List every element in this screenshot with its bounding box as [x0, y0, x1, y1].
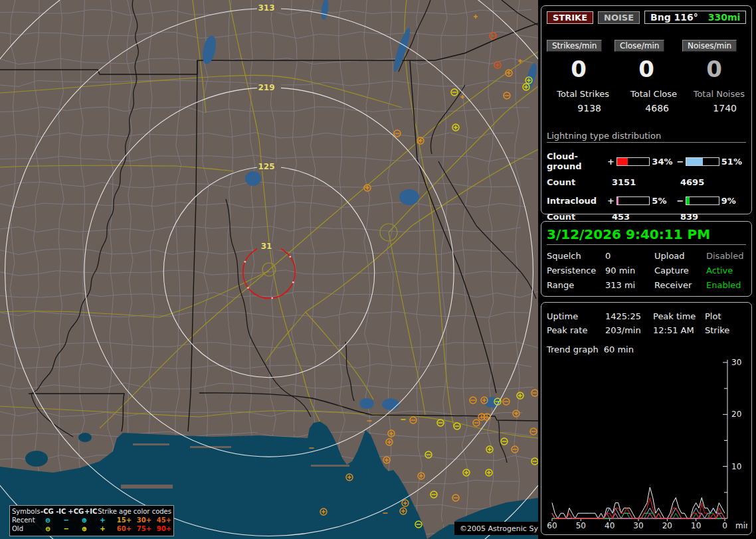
strike-age-code: 15+ — [112, 516, 132, 524]
count-row: Count453839 — [547, 212, 746, 222]
counter-column: Strikes/min0Total Strikes9138 — [547, 38, 611, 114]
strike-age-code: 30+ — [132, 516, 151, 524]
minus-sign: − — [677, 157, 684, 167]
negative-bar — [686, 196, 719, 205]
legend-symbols-header: Symbols — [12, 508, 40, 515]
total-value: 4686 — [614, 103, 678, 114]
stat-value: 203/min — [605, 325, 653, 335]
rate-counters: Strikes/min0Total Strikes9138Close/min0T… — [547, 38, 746, 114]
rate-button[interactable]: Noises/min — [682, 40, 737, 52]
rate-value: 0 — [614, 56, 678, 82]
copyright-text: ©2005 Astrogenic Systems — [460, 524, 538, 533]
svg-text:60: 60 — [547, 521, 557, 528]
svg-text:10: 10 — [731, 462, 741, 471]
counters-panel: STRIKE NOISE Bng 116° 330mi Strikes/min0… — [541, 5, 752, 214]
map-legend: Symbols-CG-IC+CG+ICStrike age color code… — [9, 505, 174, 536]
strike-toggle-button[interactable]: STRIKE — [547, 11, 593, 24]
noise-toggle-button[interactable]: NOISE — [598, 11, 640, 24]
range-value: 330mi — [708, 12, 741, 23]
stat-label: Peak rate — [547, 325, 605, 335]
svg-text:min: min — [735, 521, 747, 528]
setting-value: Enabled — [706, 280, 746, 290]
distribution-title: Lightning type distribution — [547, 131, 746, 143]
rate-value: 0 — [682, 56, 746, 82]
bearing-value: Bng 116° — [650, 12, 698, 23]
total-label: Total Strikes — [547, 89, 611, 99]
stat-label: 12:51 AM — [653, 325, 705, 335]
distribution-label: Intracloud — [547, 196, 607, 206]
status-row: Squelch0UploadDisabled — [547, 251, 746, 261]
strike-age-code: 45+ — [151, 516, 171, 524]
distribution-section: Lightning type distribution Cloud-ground… — [547, 131, 746, 222]
legend-col-header: +CG — [68, 508, 84, 515]
svg-text:10: 10 — [691, 521, 701, 528]
rate-button[interactable]: Strikes/min — [547, 40, 602, 52]
sidebar: STRIKE NOISE Bng 116° 330mi Strikes/min0… — [539, 0, 756, 539]
trend-graph-window: 60 min — [604, 345, 634, 354]
legend-symbol-icon: ⊕ — [75, 525, 93, 532]
positive-count: 3151 — [612, 177, 680, 187]
setting-value: 0 — [605, 251, 654, 261]
ring-label: 125 — [258, 162, 274, 171]
display-toggle-row: STRIKE NOISE Bng 116° 330mi — [547, 11, 746, 24]
stat-value: 1425:25 — [605, 311, 653, 321]
nexstorm-app: { "header": {"strike_btn":"STRIKE","nois… — [0, 0, 756, 539]
svg-text:50: 50 — [576, 521, 586, 528]
setting-label: Upload — [654, 251, 706, 261]
stats-panel: Uptime1425:25Peak timePlotPeak rate203/m… — [541, 302, 752, 535]
trend-graph-label: Trend graph — [547, 345, 599, 354]
count-label: Count — [547, 177, 612, 187]
strike-age-code: 60+ — [112, 525, 132, 532]
ring-label: 219 — [258, 83, 274, 92]
map-canvas[interactable]: 31125219313 ©2005 Astrogenic Systems — [0, 0, 538, 539]
legend-col-header: +IC — [84, 508, 98, 515]
positive-bar — [616, 157, 650, 166]
setting-label: Squelch — [547, 251, 605, 261]
status-row: Persistence90 minCaptureActive — [547, 266, 746, 275]
svg-text:30: 30 — [633, 521, 643, 528]
setting-value: 313 mi — [605, 280, 654, 290]
setting-value: 90 min — [605, 266, 654, 275]
copyright-bar: ©2005 Astrogenic Systems — [454, 522, 538, 535]
legend-symbol-icon: ⊖ — [39, 516, 57, 524]
setting-value: Disabled — [706, 251, 746, 261]
counter-column: Close/min0Total Close4686 — [614, 38, 678, 114]
distribution-label: Cloud-ground — [547, 151, 607, 171]
negative-count: 839 — [680, 212, 698, 222]
positive-count: 453 — [612, 212, 680, 222]
legend-symbol-icon: + — [94, 516, 112, 524]
legend-symbol-icon: ⊖ — [39, 525, 57, 532]
minus-sign: − — [677, 196, 684, 206]
svg-text:0: 0 — [722, 521, 727, 528]
negative-count: 4695 — [680, 177, 704, 187]
strike-age-title: Strike age color codes — [98, 508, 171, 515]
distribution-row: Intracloud+5%−9% — [547, 196, 746, 206]
svg-text:40: 40 — [605, 521, 614, 528]
legend-header: Symbols-CG-IC+CG+ICStrike age color code… — [12, 507, 171, 516]
svg-text:20: 20 — [731, 410, 741, 419]
datetime-display: 3/12/2026 9:40:11 PM — [547, 226, 746, 245]
setting-label: Range — [547, 280, 605, 290]
strike-age-code: 75+ — [132, 525, 151, 532]
trend-graph-row: Trend graph 60 min — [547, 345, 746, 354]
legend-col-header: -IC — [54, 508, 68, 515]
ring-label: 31 — [261, 242, 272, 251]
legend-row: Recent⊖−⊕+15+30+45+ — [12, 516, 171, 524]
strike-map[interactable]: 31125219313 ©2005 Astrogenic Systems Sym… — [0, 0, 538, 539]
setting-label: Receiver — [654, 280, 706, 290]
status-rows: Squelch0UploadDisabledPersistence90 minC… — [547, 251, 746, 290]
positive-percent: 5% — [652, 196, 676, 206]
stat-label: Uptime — [547, 311, 605, 321]
status-row: Range313 miReceiverEnabled — [547, 280, 746, 290]
rate-value: 0 — [547, 56, 611, 82]
stat-row: Uptime1425:25Peak timePlot — [547, 311, 746, 321]
total-label: Total Close — [614, 89, 678, 99]
total-value: 9138 — [547, 103, 611, 114]
ring-label: 313 — [258, 3, 274, 13]
positive-percent: 34% — [652, 157, 676, 167]
legend-row-label: Old — [12, 525, 39, 532]
count-row: Count31514695 — [547, 177, 746, 187]
plus-sign: + — [607, 196, 614, 206]
setting-value: Active — [706, 266, 746, 275]
rate-button[interactable]: Close/min — [614, 40, 664, 52]
